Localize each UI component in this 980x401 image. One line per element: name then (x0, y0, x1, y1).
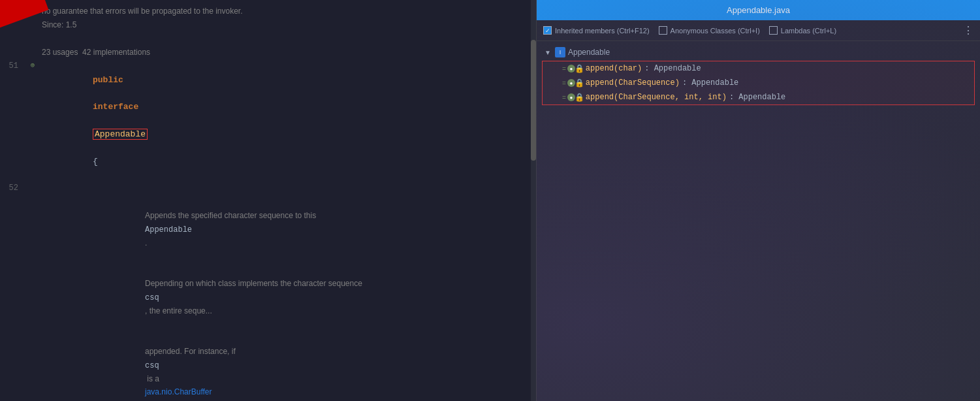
structure-panel: Appendable.java ✓ Inherited members (Ctr… (536, 0, 980, 401)
space (93, 143, 98, 153)
method-return-1: : Appendable (644, 64, 701, 73)
doc-text-1: Appends the specified character sequence… (145, 211, 319, 220)
doc-line-3: appended. For instance, if csq is a java… (0, 332, 536, 401)
method-icons-2: = ● 🔒 (562, 79, 583, 87)
brace-open: { (93, 157, 98, 167)
gutter-icon-51[interactable]: ⊕ (26, 60, 39, 72)
checkmark: ✓ (545, 27, 550, 34)
doc-code-csq: csq (145, 293, 159, 302)
space (93, 89, 98, 99)
lambdas-label: Lambdas (Ctrl+L) (781, 27, 836, 35)
lock-icon-3: 🔒 (577, 94, 583, 101)
keyword-public: public (93, 75, 123, 85)
code-line-52: 52 (0, 182, 536, 196)
structure-toolbar: ✓ Inherited members (Ctrl+F12) Anonymous… (537, 20, 980, 41)
method-name-1: append(char) (586, 64, 642, 73)
line-number-51: 51 (0, 60, 26, 72)
lock-icon-1: 🔒 (577, 65, 583, 72)
tree-item-append-charseq-int[interactable]: = ● 🔒 append(CharSequence, int, int) : A… (543, 90, 974, 104)
editor-panel: no guarantee that errors will be propaga… (0, 0, 536, 401)
doc-content-2: Depending on which class implements the … (91, 264, 536, 332)
equals-icon-3: = (562, 94, 566, 101)
method-name-3: append(CharSequence, int, int) (586, 93, 727, 102)
method-return-2: : Appendable (682, 78, 738, 88)
doc-link-charbuffer[interactable]: java.nio.CharBuffer (145, 387, 212, 396)
tree-item-append-char[interactable]: = ● 🔒 append(char) : Appendable (543, 61, 974, 76)
lambdas-checkbox[interactable] (769, 26, 778, 35)
doc-line-2: Depending on which class implements the … (0, 264, 536, 332)
spacer (0, 33, 536, 46)
line-content-51: public interface Appendable { (39, 60, 536, 182)
scrollbar-thumb[interactable] (531, 40, 536, 160)
lambdas-toggle[interactable]: Lambdas (Ctrl+L) (769, 26, 836, 35)
doc-text-2b: , the entire seque... (145, 306, 212, 315)
method-name-2: append(CharSequence) (586, 78, 680, 88)
tree-item-append-charseq[interactable]: = ● 🔒 append(CharSequence) : Appendable (543, 76, 974, 90)
method-icons-1: = ● 🔒 (562, 65, 583, 72)
structure-header: Appendable.java (537, 0, 980, 20)
interface-icon: I (555, 47, 565, 57)
more-options-button[interactable]: ⋮ (963, 24, 973, 37)
main-container: no guarantee that errors will be propaga… (0, 0, 980, 401)
doc-text-3b: is a (145, 374, 161, 383)
method-circle-2: ● (567, 79, 575, 87)
code-area: no guarantee that errors will be propaga… (0, 0, 536, 401)
editor-scrollbar[interactable] (531, 0, 536, 401)
equals-icon-2: = (562, 80, 566, 87)
method-return-3: : Appendable (729, 93, 785, 102)
structure-tree: ▼ I Appendable = ● 🔒 append(char) : Appe… (537, 41, 980, 401)
inherited-label: Inherited members (Ctrl+F12) (555, 27, 650, 35)
anonymous-classes-toggle[interactable]: Anonymous Classes (Ctrl+I) (659, 26, 760, 35)
tree-expand-icon[interactable]: ▼ (545, 49, 552, 56)
doc-code-appendable: Appendable (145, 225, 192, 234)
method-circle-1: ● (567, 65, 575, 72)
inherited-checkbox[interactable]: ✓ (543, 26, 552, 35)
code-line-51: 51 ⊕ public interface Appendable { (0, 60, 536, 182)
code-line: Since: 1.5 (0, 19, 536, 33)
class-name-appendable: Appendable (93, 129, 148, 140)
lock-icon-2: 🔒 (577, 80, 583, 86)
method-icons-3: = ● 🔒 (562, 93, 583, 101)
doc-text-3: appended. For instance, if (145, 347, 238, 356)
line-content: Since: 1.5 (39, 19, 536, 31)
doc-content-1: Appends the specified character sequence… (91, 196, 536, 264)
line-number-52: 52 (0, 182, 26, 195)
equals-icon-1: = (562, 65, 566, 72)
space (93, 116, 98, 125)
tree-root-label: Appendable (568, 48, 610, 57)
usages-line: 23 usages 42 implementations (0, 46, 536, 60)
usages-text: 23 usages 42 implementations (39, 46, 536, 59)
doc-line-1: Appends the specified character sequence… (0, 196, 536, 264)
inherited-members-toggle[interactable]: ✓ Inherited members (Ctrl+F12) (543, 26, 650, 35)
tree-root-appendable[interactable]: ▼ I Appendable (537, 45, 980, 59)
line-content: no guarantee that errors will be propaga… (39, 5, 536, 18)
doc-content-3: appended. For instance, if csq is a java… (91, 332, 536, 401)
code-line: no guarantee that errors will be propaga… (0, 5, 536, 19)
method-circle-3: ● (567, 93, 575, 101)
structure-title: Appendable.java (727, 5, 790, 15)
doc-text-1b: . (145, 238, 147, 248)
tree-items-highlighted: = ● 🔒 append(char) : Appendable = ● 🔒 ap… (542, 61, 975, 105)
doc-code-csq2: csq (145, 361, 159, 370)
anonymous-label: Anonymous Classes (Ctrl+I) (671, 27, 760, 35)
doc-text-2: Depending on which class implements the … (145, 279, 364, 288)
anonymous-checkbox[interactable] (659, 26, 667, 35)
keyword-interface: interface (93, 102, 138, 112)
